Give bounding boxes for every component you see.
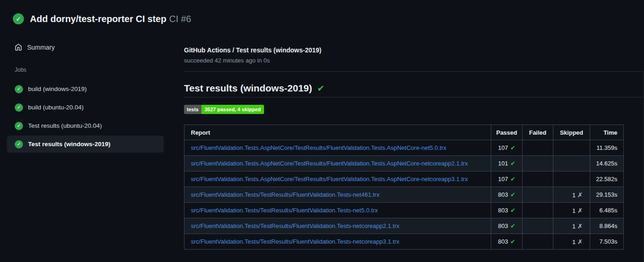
breadcrumb: GitHub Actions / Test results (windows-2… xyxy=(184,46,322,54)
passed-cell: 803✔ xyxy=(491,218,523,234)
page-title: Add dorny/test-reporter CI stepCI #6 xyxy=(30,14,191,24)
skipped-cell xyxy=(553,171,590,187)
job-label: Test results (ubuntu-20.04) xyxy=(28,122,102,129)
report-link[interactable]: src/FluentValidation.Tests/TestResults/F… xyxy=(191,222,399,229)
section-title: Test results (windows-2019)✔ xyxy=(184,83,324,94)
failed-cell xyxy=(523,203,553,218)
skipped-count: 1 xyxy=(572,223,575,230)
run-success-icon: ✓ xyxy=(13,13,24,24)
skipped-count: 1 xyxy=(572,207,575,214)
passed-count: 803 xyxy=(498,207,508,214)
table-header-row: Report Passed Failed Skipped Time xyxy=(184,125,624,140)
passed-cell: 107✔ xyxy=(491,140,523,156)
cross-icon: ✗ xyxy=(577,191,583,199)
passed-cell: 803✔ xyxy=(491,203,523,218)
passed-cell: 803✔ xyxy=(491,234,523,250)
job-success-icon: ✓ xyxy=(15,122,23,130)
check-icon: ✔ xyxy=(510,191,515,198)
passed-count: 107 xyxy=(498,176,508,182)
check-glyph: ✓ xyxy=(17,142,21,147)
tests-badge: tests 3527 passed, 4 skipped xyxy=(184,105,264,114)
skipped-cell: 1✗ xyxy=(553,187,590,203)
cross-icon: ✗ xyxy=(577,238,583,245)
time-cell: 22.582s xyxy=(590,171,624,187)
time-cell: 8.864s xyxy=(590,218,624,234)
sidebar-summary-label: Summary xyxy=(27,44,55,51)
table-row: src/FluentValidation.Tests/TestResults/F… xyxy=(184,187,624,203)
run-status-text: succeeded 42 minutes ago in 0s xyxy=(184,57,270,64)
column-header-failed: Failed xyxy=(523,125,553,140)
table-row: src/FluentValidation.Tests.AspNetCore/Te… xyxy=(184,171,624,187)
passed-count: 803 xyxy=(498,222,508,229)
skipped-cell xyxy=(553,156,590,171)
time-cell: 29.153s xyxy=(590,187,624,203)
job-success-icon: ✓ xyxy=(15,140,23,148)
passed-cell: 101✔ xyxy=(491,156,523,171)
sidebar-item-test-results-ubuntu[interactable]: ✓ Test results (ubuntu-20.04) xyxy=(7,117,164,134)
report-link[interactable]: src/FluentValidation.Tests.AspNetCore/Te… xyxy=(191,176,468,182)
skipped-count: 1 xyxy=(572,192,575,199)
job-success-icon: ✓ xyxy=(15,103,23,112)
check-glyph: ✓ xyxy=(17,105,21,110)
column-header-passed: Passed xyxy=(491,125,523,140)
failed-cell xyxy=(523,234,553,250)
run-header: ✓ Add dorny/test-reporter CI stepCI #6 xyxy=(13,13,191,24)
jobs-section-label: Jobs xyxy=(7,67,164,73)
sidebar: Summary Jobs ✓ build (windows-2019) ✓ bu… xyxy=(7,39,164,154)
table-row: src/FluentValidation.Tests/TestResults/F… xyxy=(184,203,624,218)
divider xyxy=(184,71,644,72)
sidebar-item-test-results-windows[interactable]: ✓ Test results (windows-2019) xyxy=(7,136,164,153)
failed-cell xyxy=(523,187,553,203)
sidebar-item-build-ubuntu[interactable]: ✓ build (ubuntu-20.04) xyxy=(7,99,164,116)
report-link[interactable]: src/FluentValidation.Tests/TestResults/F… xyxy=(191,238,399,245)
divider xyxy=(184,97,644,97)
passed-cell: 803✔ xyxy=(491,187,523,203)
column-header-time: Time xyxy=(590,125,624,140)
time-cell: 7.503s xyxy=(590,234,624,250)
sidebar-item-summary[interactable]: Summary xyxy=(7,39,164,56)
report-link[interactable]: src/FluentValidation.Tests.AspNetCore/Te… xyxy=(191,144,446,151)
check-icon: ✔ xyxy=(510,160,515,167)
passed-cell: 107✔ xyxy=(491,171,523,187)
failed-cell xyxy=(523,218,553,234)
run-title-text: Add dorny/test-reporter CI step xyxy=(30,14,167,24)
badge-label: tests xyxy=(184,105,201,114)
section-check-icon: ✔ xyxy=(317,84,325,93)
column-header-skipped: Skipped xyxy=(553,125,590,140)
check-glyph: ✓ xyxy=(17,86,21,91)
run-number: CI #6 xyxy=(169,14,191,24)
column-header-report: Report xyxy=(184,125,491,140)
table-row: src/FluentValidation.Tests/TestResults/F… xyxy=(184,234,624,250)
time-cell: 11.359s xyxy=(590,140,624,156)
skipped-cell xyxy=(553,140,590,156)
report-link[interactable]: src/FluentValidation.Tests/TestResults/F… xyxy=(191,191,380,198)
passed-count: 803 xyxy=(498,191,508,198)
skipped-cell: 1✗ xyxy=(553,218,590,234)
report-link[interactable]: src/FluentValidation.Tests/TestResults/F… xyxy=(191,207,378,214)
table-row: src/FluentValidation.Tests/TestResults/F… xyxy=(184,218,624,234)
table-row: src/FluentValidation.Tests.AspNetCore/Te… xyxy=(184,156,624,171)
failed-cell xyxy=(523,156,553,171)
passed-count: 101 xyxy=(498,160,508,167)
time-cell: 14.625s xyxy=(590,156,624,171)
badge-value: 3527 passed, 4 skipped xyxy=(201,105,264,114)
check-glyph: ✓ xyxy=(16,16,21,22)
failed-cell xyxy=(523,171,553,187)
skipped-cell: 1✗ xyxy=(553,203,590,218)
home-icon xyxy=(15,44,22,51)
sidebar-item-build-windows[interactable]: ✓ build (windows-2019) xyxy=(7,80,164,97)
check-icon: ✔ xyxy=(510,144,515,151)
time-cell: 6.485s xyxy=(590,203,624,218)
test-results-table: Report Passed Failed Skipped Time src/Fl… xyxy=(184,125,624,250)
cross-icon: ✗ xyxy=(577,207,583,214)
failed-cell xyxy=(523,140,553,156)
passed-count: 107 xyxy=(498,144,508,151)
job-success-icon: ✓ xyxy=(15,85,23,93)
report-link[interactable]: src/FluentValidation.Tests.AspNetCore/Te… xyxy=(191,160,468,167)
check-icon: ✔ xyxy=(510,222,515,229)
check-icon: ✔ xyxy=(510,238,515,245)
check-icon: ✔ xyxy=(510,207,515,214)
skipped-count: 1 xyxy=(572,239,575,245)
table-row: src/FluentValidation.Tests.AspNetCore/Te… xyxy=(184,140,624,156)
job-label: build (windows-2019) xyxy=(28,85,87,92)
